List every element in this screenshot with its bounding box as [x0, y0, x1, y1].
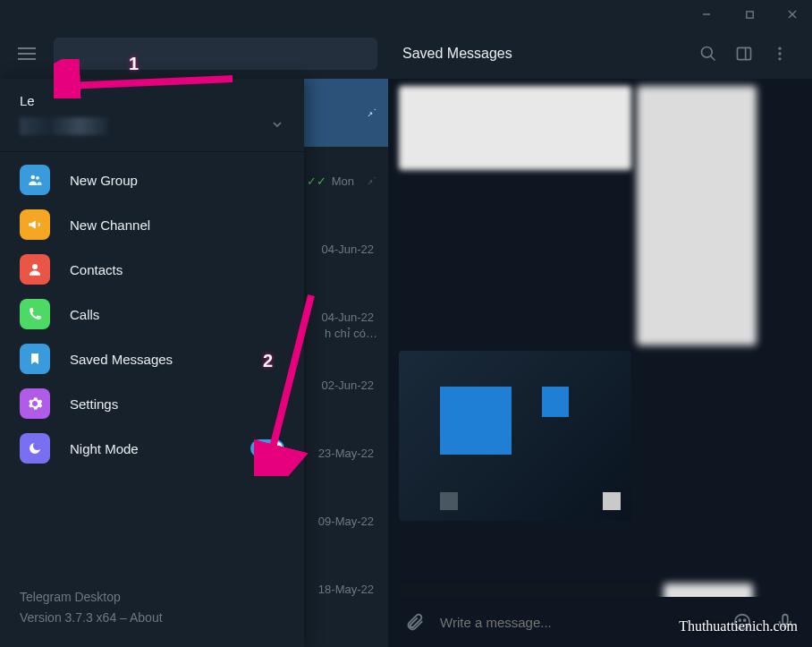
night-mode-toggle[interactable] [250, 439, 284, 457]
menu-new-channel[interactable]: New Channel [0, 202, 304, 247]
svg-rect-16 [738, 47, 751, 59]
left-header [0, 29, 388, 79]
read-checks-icon: ✓✓ [307, 175, 326, 188]
main-menu-drawer: Le New Group New Channel [0, 79, 304, 647]
chat-panel: Saved Messages [388, 29, 812, 647]
menu-label: Settings [70, 396, 284, 412]
account-phone-blurred [20, 117, 109, 135]
account-name: Le [20, 93, 284, 108]
left-panel: ✓✓ Mon 04-Jun-22 04-Jun-22 h chỉ có… 02-… [0, 29, 388, 647]
chat-date: Mon [332, 175, 354, 188]
chat-date: 23-May-22 [318, 447, 374, 460]
svg-point-14 [702, 47, 713, 58]
pin-icon [365, 106, 377, 121]
menu-contacts[interactable]: Contacts [0, 247, 304, 292]
more-icon[interactable] [762, 36, 798, 72]
chat-title[interactable]: Saved Messages [402, 46, 690, 62]
svg-point-20 [778, 57, 781, 60]
gear-icon [20, 388, 50, 419]
menu-settings[interactable]: Settings [0, 381, 304, 426]
menu-new-group[interactable]: New Group [0, 157, 304, 202]
divider [0, 151, 304, 152]
menu-label: Night Mode [70, 441, 231, 456]
svg-point-9 [32, 264, 38, 269]
menu-calls[interactable]: Calls [0, 292, 304, 336]
watermark: Thuthuattienich.com [679, 618, 798, 634]
chat-date: 02-Jun-22 [321, 379, 374, 392]
person-icon [20, 254, 50, 285]
version-line[interactable]: Version 3.7.3 x64 – About [20, 608, 284, 627]
menu-label: Calls [70, 307, 284, 322]
bookmark-icon [20, 344, 50, 374]
svg-line-15 [711, 56, 715, 61]
menu-saved-messages[interactable]: Saved Messages [0, 336, 304, 381]
minimize-button[interactable] [694, 2, 719, 27]
chat-date: 04-Jun-22 [321, 243, 374, 256]
menu-label: Contacts [70, 262, 284, 277]
group-icon [20, 165, 50, 195]
maximize-button[interactable] [737, 2, 762, 27]
chevron-down-icon[interactable] [270, 117, 284, 135]
app-name: Telegram Desktop [20, 587, 284, 607]
svg-point-8 [36, 176, 39, 180]
chat-date: 04-Jun-22 [321, 311, 374, 324]
chat-snippet: h chỉ có… [325, 327, 377, 340]
svg-rect-1 [746, 11, 752, 17]
messages-area[interactable] [388, 79, 812, 597]
svg-point-19 [778, 52, 781, 55]
menu-button[interactable] [11, 38, 43, 70]
phone-icon [20, 299, 50, 329]
search-icon[interactable] [690, 36, 726, 72]
account-section[interactable]: Le [0, 79, 304, 148]
menu-night-mode[interactable]: Night Mode [0, 426, 304, 471]
search-input[interactable] [54, 38, 377, 70]
pin-icon [365, 174, 377, 189]
svg-point-7 [31, 175, 36, 180]
media-thumbnail[interactable] [664, 583, 753, 597]
drawer-footer: Telegram Desktop Version 3.7.3 x64 – Abo… [0, 573, 304, 647]
chat-date: 09-May-22 [318, 515, 374, 528]
close-button[interactable] [780, 2, 805, 27]
chat-date: 18-May-22 [318, 583, 374, 596]
menu-label: New Group [70, 173, 284, 188]
media-thumbnail[interactable] [399, 351, 631, 521]
media-thumbnail[interactable] [399, 583, 658, 597]
media-thumbnail[interactable] [637, 86, 757, 345]
menu-label: Saved Messages [70, 352, 284, 367]
menu-label: New Channel [70, 217, 284, 233]
attach-icon[interactable] [397, 604, 433, 640]
message-input[interactable] [440, 615, 717, 630]
chat-header: Saved Messages [388, 29, 812, 79]
toggle-knob [268, 441, 283, 455]
media-thumbnail[interactable] [399, 86, 631, 170]
moon-icon [20, 433, 50, 464]
sidebar-toggle-icon[interactable] [726, 36, 762, 72]
svg-point-18 [778, 47, 781, 50]
megaphone-icon [20, 209, 50, 240]
window-titlebar [0, 0, 812, 29]
